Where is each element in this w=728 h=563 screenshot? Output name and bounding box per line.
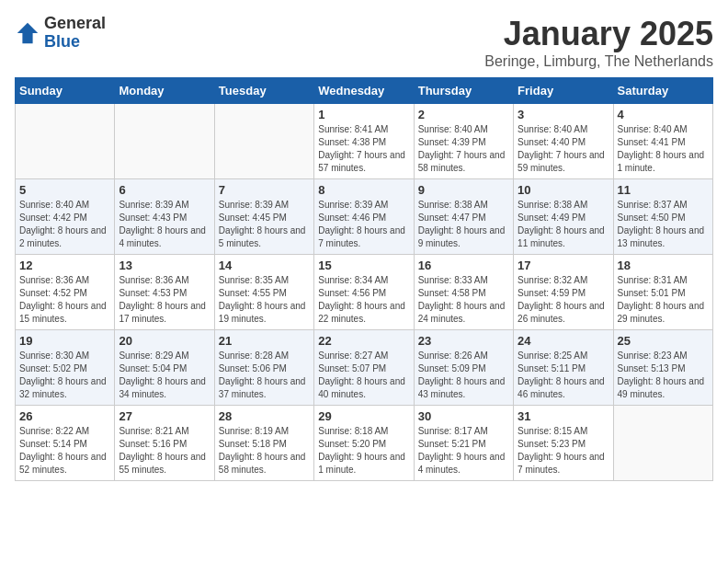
svg-marker-0 (17, 23, 38, 43)
calendar-day-cell: 4Sunrise: 8:40 AM Sunset: 4:41 PM Daylig… (613, 104, 712, 179)
day-number: 3 (518, 108, 609, 121)
weekday-header: Friday (514, 78, 613, 104)
day-number: 11 (618, 183, 709, 197)
day-info: Sunrise: 8:38 AM Sunset: 4:47 PM Dayligh… (418, 199, 509, 250)
calendar-day-cell: 12Sunrise: 8:36 AM Sunset: 4:52 PM Dayli… (16, 255, 115, 330)
weekday-header: Sunday (16, 78, 115, 104)
day-info: Sunrise: 8:36 AM Sunset: 4:53 PM Dayligh… (119, 274, 210, 326)
day-info: Sunrise: 8:38 AM Sunset: 4:49 PM Dayligh… (518, 199, 609, 250)
title-area: January 2025 Beringe, Limburg, The Nethe… (484, 15, 713, 70)
day-number: 7 (219, 183, 310, 197)
day-number: 1 (318, 108, 409, 121)
day-info: Sunrise: 8:35 AM Sunset: 4:55 PM Dayligh… (219, 274, 310, 326)
day-number: 10 (518, 183, 609, 197)
calendar-day-cell: 23Sunrise: 8:26 AM Sunset: 5:09 PM Dayli… (414, 330, 513, 406)
calendar-day-cell: 24Sunrise: 8:25 AM Sunset: 5:11 PM Dayli… (514, 330, 613, 406)
day-info: Sunrise: 8:26 AM Sunset: 5:09 PM Dayligh… (418, 350, 509, 401)
day-number: 21 (219, 334, 310, 348)
day-number: 2 (418, 108, 509, 121)
calendar-day-cell: 22Sunrise: 8:27 AM Sunset: 5:07 PM Dayli… (314, 330, 414, 406)
logo-icon (15, 20, 40, 46)
day-info: Sunrise: 8:21 AM Sunset: 5:16 PM Dayligh… (119, 425, 210, 477)
calendar-day-cell: 1Sunrise: 8:41 AM Sunset: 4:38 PM Daylig… (314, 104, 414, 179)
calendar-day-cell: 27Sunrise: 8:21 AM Sunset: 5:16 PM Dayli… (115, 406, 214, 481)
day-number: 17 (518, 259, 609, 272)
month-title: January 2025 (484, 15, 713, 53)
day-info: Sunrise: 8:40 AM Sunset: 4:39 PM Dayligh… (418, 123, 509, 175)
calendar-day-cell: 14Sunrise: 8:35 AM Sunset: 4:55 PM Dayli… (214, 255, 313, 330)
day-number: 14 (219, 259, 310, 272)
day-number: 23 (418, 334, 509, 348)
day-info: Sunrise: 8:40 AM Sunset: 4:40 PM Dayligh… (518, 123, 609, 175)
day-number: 22 (318, 334, 409, 348)
day-info: Sunrise: 8:27 AM Sunset: 5:07 PM Dayligh… (318, 350, 409, 401)
day-info: Sunrise: 8:39 AM Sunset: 4:43 PM Dayligh… (119, 199, 210, 250)
calendar-day-cell: 31Sunrise: 8:15 AM Sunset: 5:23 PM Dayli… (514, 406, 613, 481)
calendar-day-cell: 21Sunrise: 8:28 AM Sunset: 5:06 PM Dayli… (214, 330, 313, 406)
calendar-day-cell (115, 104, 214, 179)
logo-general: General (44, 15, 106, 33)
day-number: 8 (318, 183, 409, 197)
day-number: 20 (119, 334, 210, 348)
day-number: 29 (318, 409, 409, 423)
calendar-day-cell: 3Sunrise: 8:40 AM Sunset: 4:40 PM Daylig… (514, 104, 613, 179)
day-info: Sunrise: 8:17 AM Sunset: 5:21 PM Dayligh… (418, 425, 509, 477)
calendar-week-row: 5Sunrise: 8:40 AM Sunset: 4:42 PM Daylig… (16, 179, 713, 255)
weekday-header: Thursday (414, 78, 513, 104)
calendar-day-cell: 9Sunrise: 8:38 AM Sunset: 4:47 PM Daylig… (414, 179, 513, 255)
calendar-day-cell: 5Sunrise: 8:40 AM Sunset: 4:42 PM Daylig… (16, 179, 115, 255)
calendar-day-cell: 15Sunrise: 8:34 AM Sunset: 4:56 PM Dayli… (314, 255, 414, 330)
day-info: Sunrise: 8:40 AM Sunset: 4:41 PM Dayligh… (618, 123, 709, 175)
calendar-day-cell (214, 104, 313, 179)
day-number: 4 (618, 108, 709, 121)
calendar-day-cell: 18Sunrise: 8:31 AM Sunset: 5:01 PM Dayli… (613, 255, 712, 330)
calendar-week-row: 26Sunrise: 8:22 AM Sunset: 5:14 PM Dayli… (16, 406, 713, 481)
day-number: 30 (418, 409, 509, 423)
weekday-header-row: SundayMondayTuesdayWednesdayThursdayFrid… (16, 78, 713, 104)
day-number: 19 (19, 334, 110, 348)
calendar-day-cell: 8Sunrise: 8:39 AM Sunset: 4:46 PM Daylig… (314, 179, 414, 255)
day-info: Sunrise: 8:40 AM Sunset: 4:42 PM Dayligh… (19, 199, 110, 250)
logo-text: General Blue (44, 15, 106, 52)
weekday-header: Saturday (613, 78, 712, 104)
day-info: Sunrise: 8:41 AM Sunset: 4:38 PM Dayligh… (318, 123, 409, 175)
day-info: Sunrise: 8:37 AM Sunset: 4:50 PM Dayligh… (618, 199, 709, 250)
day-info: Sunrise: 8:33 AM Sunset: 4:58 PM Dayligh… (418, 274, 509, 326)
calendar-day-cell: 11Sunrise: 8:37 AM Sunset: 4:50 PM Dayli… (613, 179, 712, 255)
weekday-header: Wednesday (314, 78, 414, 104)
day-info: Sunrise: 8:15 AM Sunset: 5:23 PM Dayligh… (518, 425, 609, 477)
calendar-day-cell: 13Sunrise: 8:36 AM Sunset: 4:53 PM Dayli… (115, 255, 214, 330)
day-number: 5 (19, 183, 110, 197)
day-info: Sunrise: 8:18 AM Sunset: 5:20 PM Dayligh… (318, 425, 409, 477)
calendar-day-cell: 30Sunrise: 8:17 AM Sunset: 5:21 PM Dayli… (414, 406, 513, 481)
day-number: 26 (19, 409, 110, 423)
day-number: 16 (418, 259, 509, 272)
day-number: 18 (618, 259, 709, 272)
day-info: Sunrise: 8:28 AM Sunset: 5:06 PM Dayligh… (219, 350, 310, 401)
day-number: 15 (318, 259, 409, 272)
calendar-day-cell (613, 406, 712, 481)
location-subtitle: Beringe, Limburg, The Netherlands (484, 53, 713, 70)
calendar-day-cell: 16Sunrise: 8:33 AM Sunset: 4:58 PM Dayli… (414, 255, 513, 330)
calendar-week-row: 12Sunrise: 8:36 AM Sunset: 4:52 PM Dayli… (16, 255, 713, 330)
calendar-day-cell: 19Sunrise: 8:30 AM Sunset: 5:02 PM Dayli… (16, 330, 115, 406)
day-info: Sunrise: 8:39 AM Sunset: 4:46 PM Dayligh… (318, 199, 409, 250)
day-info: Sunrise: 8:31 AM Sunset: 5:01 PM Dayligh… (618, 274, 709, 326)
calendar-day-cell: 26Sunrise: 8:22 AM Sunset: 5:14 PM Dayli… (16, 406, 115, 481)
calendar-table: SundayMondayTuesdayWednesdayThursdayFrid… (15, 77, 713, 481)
day-number: 27 (119, 409, 210, 423)
day-number: 28 (219, 409, 310, 423)
day-info: Sunrise: 8:39 AM Sunset: 4:45 PM Dayligh… (219, 199, 310, 250)
calendar-week-row: 19Sunrise: 8:30 AM Sunset: 5:02 PM Dayli… (16, 330, 713, 406)
day-number: 25 (618, 334, 709, 348)
day-info: Sunrise: 8:25 AM Sunset: 5:11 PM Dayligh… (518, 350, 609, 401)
calendar-day-cell: 6Sunrise: 8:39 AM Sunset: 4:43 PM Daylig… (115, 179, 214, 255)
day-info: Sunrise: 8:36 AM Sunset: 4:52 PM Dayligh… (19, 274, 110, 326)
day-info: Sunrise: 8:32 AM Sunset: 4:59 PM Dayligh… (518, 274, 609, 326)
calendar-day-cell: 29Sunrise: 8:18 AM Sunset: 5:20 PM Dayli… (314, 406, 414, 481)
weekday-header: Tuesday (214, 78, 313, 104)
calendar-day-cell: 28Sunrise: 8:19 AM Sunset: 5:18 PM Dayli… (214, 406, 313, 481)
day-info: Sunrise: 8:19 AM Sunset: 5:18 PM Dayligh… (219, 425, 310, 477)
calendar-day-cell: 10Sunrise: 8:38 AM Sunset: 4:49 PM Dayli… (514, 179, 613, 255)
page-header: General Blue January 2025 Beringe, Limbu… (15, 15, 713, 70)
